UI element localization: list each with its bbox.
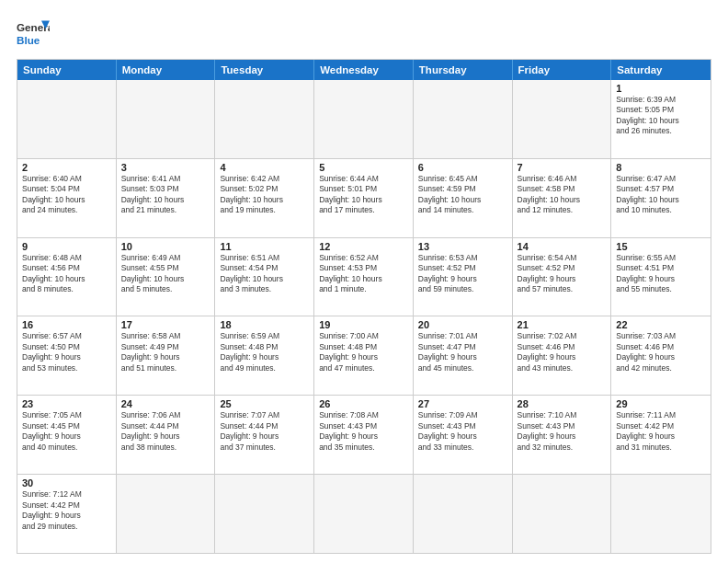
day-info: Sunrise: 6:47 AM Sunset: 4:57 PM Dayligh… [616,174,706,216]
calendar-cell-empty [314,80,414,158]
day-number: 6 [418,162,507,173]
weekday-header-thursday: Thursday [414,60,513,80]
calendar-cell-empty [611,475,711,553]
day-info: Sunrise: 6:46 AM Sunset: 4:58 PM Dayligh… [518,174,607,216]
calendar-cell-day-21: 21Sunrise: 7:02 AM Sunset: 4:46 PM Dayli… [513,316,612,395]
calendar-cell-day-17: 17Sunrise: 6:58 AM Sunset: 4:49 PM Dayli… [117,316,216,395]
day-number: 3 [121,162,210,173]
day-number: 26 [319,398,408,409]
calendar-row-2: 9Sunrise: 6:48 AM Sunset: 4:56 PM Daylig… [17,238,711,317]
calendar-cell-empty [513,475,612,553]
calendar-cell-day-2: 2Sunrise: 6:40 AM Sunset: 5:04 PM Daylig… [17,159,117,237]
day-info: Sunrise: 6:59 AM Sunset: 4:48 PM Dayligh… [220,331,309,373]
day-info: Sunrise: 6:52 AM Sunset: 4:53 PM Dayligh… [319,253,408,295]
day-number: 11 [220,241,309,252]
calendar-cell-day-4: 4Sunrise: 6:42 AM Sunset: 5:02 PM Daylig… [215,159,314,237]
day-number: 5 [319,162,408,173]
day-info: Sunrise: 6:41 AM Sunset: 5:03 PM Dayligh… [121,174,210,216]
day-number: 8 [616,162,706,173]
day-number: 24 [121,398,210,409]
day-info: Sunrise: 6:51 AM Sunset: 4:54 PM Dayligh… [220,253,309,295]
day-info: Sunrise: 6:42 AM Sunset: 5:02 PM Dayligh… [220,174,309,216]
day-info: Sunrise: 6:55 AM Sunset: 4:51 PM Dayligh… [616,253,706,295]
day-info: Sunrise: 6:40 AM Sunset: 5:04 PM Dayligh… [22,174,111,216]
day-info: Sunrise: 6:48 AM Sunset: 4:56 PM Dayligh… [22,253,111,295]
weekday-header-tuesday: Tuesday [215,60,314,80]
day-number: 20 [418,319,507,330]
page: General Blue SundayMondayTuesdayWednesda… [0,0,728,563]
day-number: 15 [616,241,706,252]
day-info: Sunrise: 7:05 AM Sunset: 4:45 PM Dayligh… [22,410,111,453]
calendar-row-3: 16Sunrise: 6:57 AM Sunset: 4:50 PM Dayli… [17,316,711,396]
calendar-cell-day-24: 24Sunrise: 7:06 AM Sunset: 4:44 PM Dayli… [117,396,216,474]
calendar-cell-day-11: 11Sunrise: 6:51 AM Sunset: 4:54 PM Dayli… [215,238,314,316]
calendar-header: SundayMondayTuesdayWednesdayThursdayFrid… [17,60,711,80]
calendar-row-5: 30Sunrise: 7:12 AM Sunset: 4:42 PM Dayli… [17,475,711,553]
day-info: Sunrise: 6:39 AM Sunset: 5:05 PM Dayligh… [616,95,706,137]
weekday-header-sunday: Sunday [17,60,117,80]
calendar-cell-empty [314,475,414,553]
day-info: Sunrise: 6:54 AM Sunset: 4:52 PM Dayligh… [518,253,607,295]
day-number: 2 [22,162,111,173]
calendar-cell-day-3: 3Sunrise: 6:41 AM Sunset: 5:03 PM Daylig… [117,159,216,237]
day-number: 29 [616,398,706,409]
day-number: 19 [319,319,408,330]
svg-text:Blue: Blue [17,34,40,46]
calendar-cell-empty [117,475,216,553]
day-number: 23 [22,398,111,409]
calendar-cell-empty [414,475,513,553]
day-number: 7 [518,162,607,173]
day-info: Sunrise: 7:10 AM Sunset: 4:43 PM Dayligh… [518,410,607,453]
generalblue-logo-icon: General Blue [17,17,50,50]
calendar-cell-day-9: 9Sunrise: 6:48 AM Sunset: 4:56 PM Daylig… [17,238,117,316]
day-number: 1 [616,83,706,94]
day-info: Sunrise: 7:11 AM Sunset: 4:42 PM Dayligh… [616,410,706,453]
calendar-cell-day-15: 15Sunrise: 6:55 AM Sunset: 4:51 PM Dayli… [611,238,711,316]
logo: General Blue [17,17,50,50]
calendar-cell-day-5: 5Sunrise: 6:44 AM Sunset: 5:01 PM Daylig… [314,159,414,237]
day-info: Sunrise: 7:09 AM Sunset: 4:43 PM Dayligh… [418,410,507,453]
calendar-cell-empty [17,80,117,158]
calendar-cell-empty [215,80,314,158]
day-number: 25 [220,398,309,409]
calendar-cell-day-29: 29Sunrise: 7:11 AM Sunset: 4:42 PM Dayli… [611,396,711,474]
day-info: Sunrise: 6:49 AM Sunset: 4:55 PM Dayligh… [121,253,210,295]
calendar-cell-day-26: 26Sunrise: 7:08 AM Sunset: 4:43 PM Dayli… [314,396,414,474]
calendar-cell-day-12: 12Sunrise: 6:52 AM Sunset: 4:53 PM Dayli… [314,238,414,316]
calendar-cell-day-22: 22Sunrise: 7:03 AM Sunset: 4:46 PM Dayli… [611,316,711,395]
day-number: 10 [121,241,210,252]
calendar-cell-day-1: 1Sunrise: 6:39 AM Sunset: 5:05 PM Daylig… [611,80,711,158]
calendar-cell-day-10: 10Sunrise: 6:49 AM Sunset: 4:55 PM Dayli… [117,238,216,316]
calendar-cell-day-27: 27Sunrise: 7:09 AM Sunset: 4:43 PM Dayli… [414,396,513,474]
day-number: 22 [616,319,706,330]
day-number: 27 [418,398,507,409]
day-info: Sunrise: 7:01 AM Sunset: 4:47 PM Dayligh… [418,331,507,373]
calendar-body: 1Sunrise: 6:39 AM Sunset: 5:05 PM Daylig… [17,80,711,553]
day-info: Sunrise: 7:08 AM Sunset: 4:43 PM Dayligh… [319,410,408,453]
day-number: 13 [418,241,507,252]
day-info: Sunrise: 6:45 AM Sunset: 4:59 PM Dayligh… [418,174,507,216]
day-info: Sunrise: 7:00 AM Sunset: 4:48 PM Dayligh… [319,331,408,373]
calendar-cell-day-25: 25Sunrise: 7:07 AM Sunset: 4:44 PM Dayli… [215,396,314,474]
day-number: 14 [518,241,607,252]
calendar-cell-day-13: 13Sunrise: 6:53 AM Sunset: 4:52 PM Dayli… [414,238,513,316]
day-number: 30 [22,477,111,488]
day-info: Sunrise: 6:44 AM Sunset: 5:01 PM Dayligh… [319,174,408,216]
weekday-header-monday: Monday [117,60,216,80]
calendar-cell-day-7: 7Sunrise: 6:46 AM Sunset: 4:58 PM Daylig… [513,159,612,237]
day-number: 12 [319,241,408,252]
day-info: Sunrise: 6:58 AM Sunset: 4:49 PM Dayligh… [121,331,210,373]
day-info: Sunrise: 7:12 AM Sunset: 4:42 PM Dayligh… [22,489,111,532]
day-number: 4 [220,162,309,173]
calendar-cell-day-14: 14Sunrise: 6:54 AM Sunset: 4:52 PM Dayli… [513,238,612,316]
weekday-header-friday: Friday [513,60,612,80]
day-info: Sunrise: 7:03 AM Sunset: 4:46 PM Dayligh… [616,331,706,373]
calendar-row-0: 1Sunrise: 6:39 AM Sunset: 5:05 PM Daylig… [17,80,711,159]
calendar-cell-day-23: 23Sunrise: 7:05 AM Sunset: 4:45 PM Dayli… [17,396,117,474]
header: General Blue [17,17,711,50]
weekday-header-wednesday: Wednesday [314,60,414,80]
day-info: Sunrise: 7:02 AM Sunset: 4:46 PM Dayligh… [518,331,607,373]
calendar-cell-empty [414,80,513,158]
calendar: SundayMondayTuesdayWednesdayThursdayFrid… [17,59,711,554]
calendar-cell-day-6: 6Sunrise: 6:45 AM Sunset: 4:59 PM Daylig… [414,159,513,237]
